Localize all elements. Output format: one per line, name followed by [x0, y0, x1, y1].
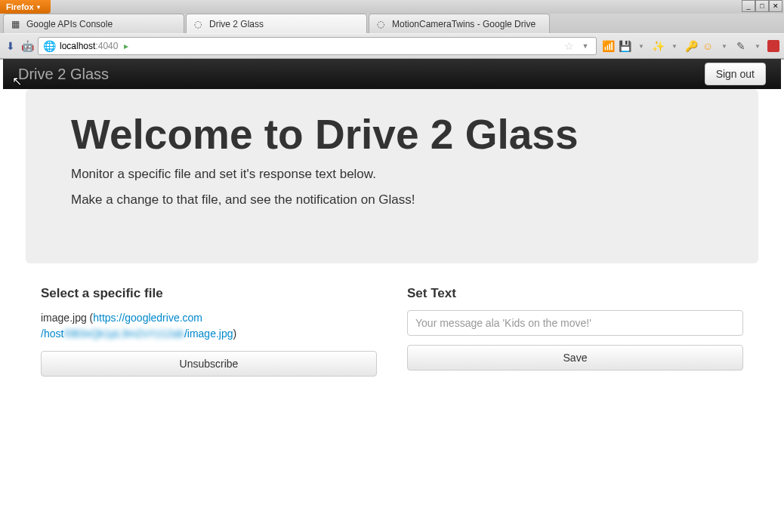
lastpass-icon[interactable]: 🔑: [684, 39, 698, 53]
globe-icon: 🌐: [43, 40, 55, 52]
rss-icon[interactable]: 📶: [601, 39, 615, 53]
tab-favicon-icon: ▦: [11, 19, 22, 29]
dropdown-icon[interactable]: ▼: [718, 39, 731, 53]
right-column: Set Text Save: [407, 286, 743, 377]
set-text-heading: Set Text: [407, 286, 743, 301]
hero-subtitle-2: Make a change to that file, and see the …: [71, 192, 713, 208]
save-button[interactable]: Save: [407, 345, 743, 371]
tab-loading-icon: ◌: [377, 19, 387, 29]
tab-drive2glass[interactable]: ◌ Drive 2 Glass: [186, 14, 367, 33]
tab-motioncamera[interactable]: ◌ MotionCameraTwins - Google Drive: [369, 14, 550, 33]
bookmark-star-icon[interactable]: ☆: [563, 40, 575, 52]
nav-bar: ⬇ 🤖 🌐 localhost:4040 ▸ ☆ ▼ 📶 💾 ▼ ✨ ▼ 🔑 ☺…: [0, 33, 784, 59]
page-viewport: Drive 2 Glass Sign out Welcome to Drive …: [3, 59, 781, 529]
unsubscribe-button[interactable]: Unsubscribe: [41, 351, 377, 377]
hero-unit: Welcome to Drive 2 Glass Monitor a speci…: [26, 89, 758, 263]
tab-label: Drive 2 Glass: [209, 19, 264, 29]
hero-subtitle-1: Monitor a specific file and set it's res…: [71, 167, 713, 182]
url-text: localhost:4040 ▸: [60, 41, 558, 51]
dropdown-icon[interactable]: ▼: [668, 39, 681, 53]
firefox-menu-button[interactable]: Firefox: [0, 0, 51, 14]
window-controls: _ □ ✕: [742, 0, 782, 12]
titlebar: Firefox _ □ ✕: [0, 0, 784, 14]
toolbar-addons: 📶 💾 ▼ ✨ ▼ 🔑 ☺ ▼ ✎ ▼: [601, 39, 779, 53]
dropdown-icon[interactable]: ▼: [751, 39, 764, 53]
signout-button[interactable]: Sign out: [705, 63, 766, 85]
content-columns: Select a specific file image.jpg (https:…: [3, 286, 781, 377]
tab-google-apis[interactable]: ▦ Google APIs Console: [3, 14, 184, 33]
tab-label: Google APIs Console: [26, 19, 113, 29]
left-column: Select a specific file image.jpg (https:…: [41, 286, 377, 377]
url-bar[interactable]: 🌐 localhost:4040 ▸ ☆ ▼: [38, 37, 597, 55]
save-icon[interactable]: 💾: [618, 39, 631, 53]
downloads-icon[interactable]: ⬇: [5, 40, 17, 52]
smiley-icon[interactable]: ☺: [701, 39, 715, 53]
select-file-heading: Select a specific file: [41, 286, 377, 301]
dropdown-icon[interactable]: ▼: [634, 39, 648, 53]
hero-title: Welcome to Drive 2 Glass: [71, 112, 713, 158]
file-name: image.jpg: [41, 312, 87, 324]
file-info: image.jpg (https://googledrive.com/host/…: [41, 310, 377, 342]
wand-icon[interactable]: ✨: [651, 39, 665, 53]
dropdown-icon[interactable]: ▼: [579, 40, 591, 52]
message-input[interactable]: [407, 310, 743, 336]
minimize-button[interactable]: _: [742, 0, 755, 12]
close-button[interactable]: ✕: [769, 0, 782, 12]
tab-strip: ▦ Google APIs Console ◌ Drive 2 Glass ◌ …: [0, 14, 784, 33]
tab-label: MotionCameraTwins - Google Drive: [392, 19, 536, 29]
browser-chrome: Firefox _ □ ✕ ▦ Google APIs Console ◌ Dr…: [0, 0, 784, 60]
tab-loading-icon: ◌: [194, 19, 205, 29]
picker-icon[interactable]: ✎: [734, 39, 748, 53]
app-brand: Drive 2 Glass: [18, 66, 109, 83]
maximize-button[interactable]: □: [755, 0, 769, 12]
app-navbar: Drive 2 Glass Sign out: [3, 59, 781, 89]
android-icon[interactable]: 🤖: [21, 40, 33, 52]
firebug-icon[interactable]: [767, 40, 779, 52]
